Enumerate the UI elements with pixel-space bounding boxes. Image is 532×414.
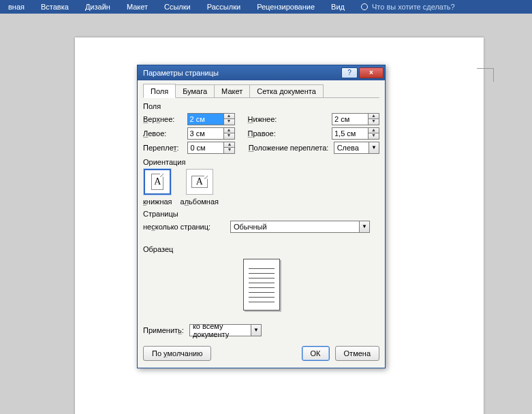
spin-down-icon[interactable]: ▼ [369,133,379,139]
landscape-icon: A [186,169,213,195]
spin-down-icon[interactable]: ▼ [224,148,234,153]
input-right-margin[interactable]: ▲▼ [332,127,379,140]
tab-layout[interactable]: Макет [214,84,250,97]
combo-gutter-pos[interactable]: Слева ▼ [334,142,379,154]
input-top-margin-field[interactable] [188,114,223,125]
dialog-tabs: Поля Бумага Макет Сетка документа [143,83,379,98]
ribbon-tab-review[interactable]: Рецензирование [249,1,323,13]
combo-gutter-pos-value: Слева [334,144,369,152]
input-gutter-field[interactable] [188,142,223,153]
margin-marker [477,68,494,82]
ribbon-tab-insert[interactable]: Вставка [33,1,77,13]
orientation-landscape[interactable]: A альбомная [181,169,219,206]
combo-apply-to-value: ко всему документу [190,322,251,338]
chevron-down-icon[interactable]: ▼ [369,142,379,153]
tell-me-placeholder: Что вы хотите сделать? [372,3,455,11]
ribbon-tab-design[interactable]: Дизайн [77,1,119,13]
combo-multiple-pages[interactable]: Обычный ▼ [230,221,370,233]
help-button[interactable]: ? [341,67,358,78]
input-gutter[interactable]: ▲▼ [187,142,235,154]
tab-fields[interactable]: Поля [143,84,176,98]
input-top-margin[interactable]: ▲▼ [187,113,235,125]
spin-down-icon[interactable]: ▼ [224,133,234,139]
ribbon-tab-home[interactable]: вная [0,1,33,13]
spin-down-icon[interactable]: ▼ [369,119,379,125]
sample-page-icon [243,259,280,310]
label-apply-to: Применить: [143,326,184,334]
tab-grid[interactable]: Сетка документа [249,84,324,97]
spin-down-icon[interactable]: ▼ [224,119,234,125]
orientation-portrait[interactable]: A книжная [143,169,172,206]
lightbulb-icon [361,3,368,10]
label-right: Правое: [248,129,332,138]
section-pages-title: Страницы [143,210,379,218]
ok-button[interactable]: ОК [302,346,330,361]
input-bottom-margin-field[interactable] [332,114,368,125]
document-area: Параметры страницы ? × Поля Бумага Макет… [0,14,532,414]
label-multiple-pages: несколько страниц: [143,223,230,231]
label-gutter: Переплет: [143,144,187,152]
orientation-portrait-label: книжная [143,197,172,206]
section-orientation-title: Ориентация [143,158,379,166]
tell-me-search[interactable]: Что вы хотите сделать? [353,3,455,11]
ribbon-tab-view[interactable]: Вид [323,1,353,13]
label-bottom: Нижнее: [248,115,332,123]
tab-paper[interactable]: Бумага [175,84,215,97]
ribbon: вная Вставка Дизайн Макет Ссылки Рассылк… [0,0,532,14]
close-button[interactable]: × [359,67,384,78]
default-button[interactable]: По умолчанию [143,346,211,361]
chevron-down-icon[interactable]: ▼ [359,221,369,232]
combo-apply-to[interactable]: ко всему документу ▼ [189,324,262,336]
input-bottom-margin[interactable]: ▲▼ [332,113,379,125]
input-left-margin-field[interactable] [188,128,223,139]
section-fields-title: Поля [143,102,379,110]
input-right-margin-field[interactable] [332,128,368,139]
ribbon-tab-mailings[interactable]: Рассылки [199,1,249,13]
input-left-margin[interactable]: ▲▼ [187,127,235,140]
ribbon-tab-layout[interactable]: Макет [119,1,156,13]
portrait-icon: A [144,169,171,195]
orientation-landscape-label: альбомная [181,197,219,206]
page-setup-dialog: Параметры страницы ? × Поля Бумага Макет… [137,65,386,368]
chevron-down-icon[interactable]: ▼ [251,325,261,336]
label-top: Верхнее: [143,115,187,123]
sample-preview [143,259,379,310]
ribbon-tab-references[interactable]: Ссылки [156,1,199,13]
combo-multiple-pages-value: Обычный [231,223,359,231]
section-sample-title: Образец [143,245,379,253]
dialog-title: Параметры страницы [143,69,219,77]
label-gutter-pos: Положение переплета: [249,144,334,152]
cancel-button[interactable]: Отмена [335,346,379,361]
dialog-titlebar: Параметры страницы ? × [138,65,385,80]
label-left: Левое: [143,129,187,138]
